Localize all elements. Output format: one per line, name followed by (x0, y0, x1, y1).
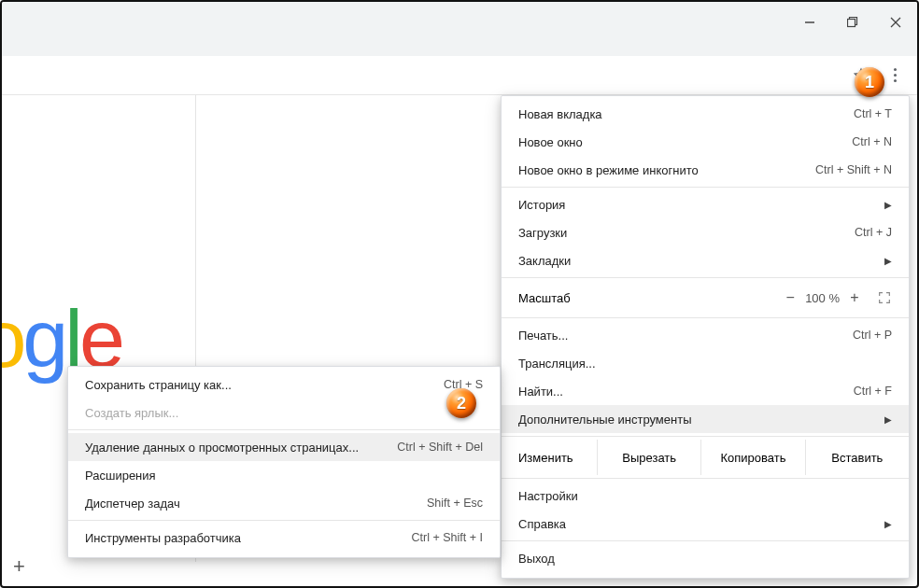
zoom-out-button[interactable]: − (775, 289, 805, 306)
menu-find[interactable]: Найти... Ctrl + F (502, 377, 909, 405)
zoom-value: 100 % (805, 291, 840, 305)
chrome-menu-button[interactable] (880, 61, 910, 91)
menu-item-label: Печать... (518, 329, 853, 343)
menu-item-shortcut: Ctrl + T (854, 107, 892, 120)
submenu-arrow-icon: ▶ (884, 256, 892, 266)
svg-rect-2 (848, 20, 855, 27)
menu-item-label: Настройки (518, 489, 892, 503)
menu-separator (502, 317, 909, 318)
menu-item-label: Найти... (518, 385, 854, 399)
menu-edit: Изменить Вырезать Копировать Вставить (502, 440, 909, 475)
window-close-button[interactable] (874, 7, 917, 37)
submenu-save-page[interactable]: Сохранить страницу как... Ctrl + S (68, 371, 500, 399)
menu-separator (68, 429, 500, 430)
menu-history[interactable]: История ▶ (502, 190, 909, 218)
menu-downloads[interactable]: Загрузки Ctrl + J (502, 218, 909, 246)
menu-item-label: Новое окно в режиме инкогнито (518, 163, 815, 177)
annotation-badge-2: 2 (446, 388, 476, 418)
menu-separator (502, 540, 909, 541)
menu-separator (502, 187, 909, 188)
menu-item-label: Новое окно (518, 135, 852, 149)
menu-item-shortcut: Ctrl + Shift + N (815, 163, 892, 176)
menu-item-label: Загрузки (518, 226, 855, 240)
menu-item-shortcut: Ctrl + J (855, 226, 892, 239)
edit-paste-button[interactable]: Вставить (805, 440, 909, 475)
menu-cast[interactable]: Трансляция... (502, 349, 909, 377)
menu-new-tab[interactable]: Новая вкладка Ctrl + T (502, 100, 909, 128)
menu-separator (502, 436, 909, 437)
menu-separator (502, 277, 909, 278)
menu-item-label: Дополнительные инструменты (518, 413, 875, 427)
annotation-badge-1: 1 (855, 67, 884, 97)
chrome-main-menu: Новая вкладка Ctrl + T Новое окно Ctrl +… (501, 95, 910, 579)
submenu-developer-tools[interactable]: Инструменты разработчика Ctrl + Shift + … (68, 524, 500, 552)
window-minimize-button[interactable] (788, 7, 831, 37)
submenu-task-manager[interactable]: Диспетчер задач Shift + Esc (68, 489, 500, 517)
menu-exit[interactable]: Выход (502, 544, 909, 572)
menu-item-label: Закладки (518, 254, 875, 268)
submenu-extensions[interactable]: Расширения (68, 461, 500, 489)
menu-item-shortcut: Ctrl + N (852, 135, 892, 148)
menu-item-label: Сохранить страницу как... (85, 378, 444, 392)
menu-new-window[interactable]: Новое окно Ctrl + N (502, 128, 909, 156)
edit-copy-button[interactable]: Копировать (700, 440, 804, 475)
submenu-arrow-icon: ▶ (884, 414, 892, 425)
submenu-arrow-icon: ▶ (884, 200, 892, 210)
submenu-clear-browsing-data[interactable]: Удаление данных о просмотренных страница… (68, 433, 500, 461)
menu-item-label: Выход (518, 552, 892, 566)
menu-item-label: История (518, 198, 875, 212)
menu-item-label: Справка (518, 517, 875, 531)
submenu-create-shortcut: Создать ярлык... (68, 399, 500, 427)
menu-item-label: Расширения (85, 469, 483, 483)
menu-bookmarks[interactable]: Закладки ▶ (502, 246, 909, 274)
menu-zoom: Масштаб − 100 % + (502, 281, 909, 315)
menu-item-label: Инструменты разработчика (85, 531, 412, 545)
menu-item-label: Удаление данных о просмотренных страница… (85, 441, 397, 455)
new-tab-button[interactable]: + (13, 554, 25, 579)
vertical-dots-icon (894, 68, 897, 82)
window-titlebar (2, 2, 917, 56)
window-maximize-button[interactable] (831, 7, 874, 37)
menu-item-label: Трансляция... (518, 357, 892, 371)
submenu-arrow-icon: ▶ (884, 519, 892, 529)
menu-incognito[interactable]: Новое окно в режиме инкогнито Ctrl + Shi… (502, 156, 909, 184)
fullscreen-button[interactable] (870, 290, 899, 305)
menu-item-shortcut: Ctrl + F (854, 385, 892, 398)
menu-item-label: Масштаб (518, 291, 775, 305)
menu-item-shortcut: Ctrl + Shift + Del (397, 441, 483, 454)
menu-print[interactable]: Печать... Ctrl + P (502, 321, 909, 349)
menu-item-label: Диспетчер задач (85, 497, 427, 511)
menu-separator (68, 520, 500, 521)
menu-item-label: Создать ярлык... (85, 406, 483, 420)
menu-more-tools[interactable]: Дополнительные инструменты ▶ (502, 405, 909, 433)
menu-separator (502, 478, 909, 479)
menu-item-shortcut: Ctrl + P (853, 329, 892, 342)
menu-help[interactable]: Справка ▶ (502, 510, 909, 538)
menu-item-label: Новая вкладка (518, 107, 854, 121)
more-tools-submenu: Сохранить страницу как... Ctrl + S Созда… (67, 366, 501, 558)
edit-cut-button[interactable]: Вырезать (597, 440, 700, 475)
menu-item-shortcut: Ctrl + Shift + I (412, 531, 483, 544)
browser-toolbar (2, 56, 917, 95)
zoom-in-button[interactable]: + (840, 289, 870, 306)
menu-item-label: Изменить (502, 440, 597, 475)
menu-settings[interactable]: Настройки (502, 482, 909, 510)
menu-item-shortcut: Shift + Esc (427, 497, 483, 510)
